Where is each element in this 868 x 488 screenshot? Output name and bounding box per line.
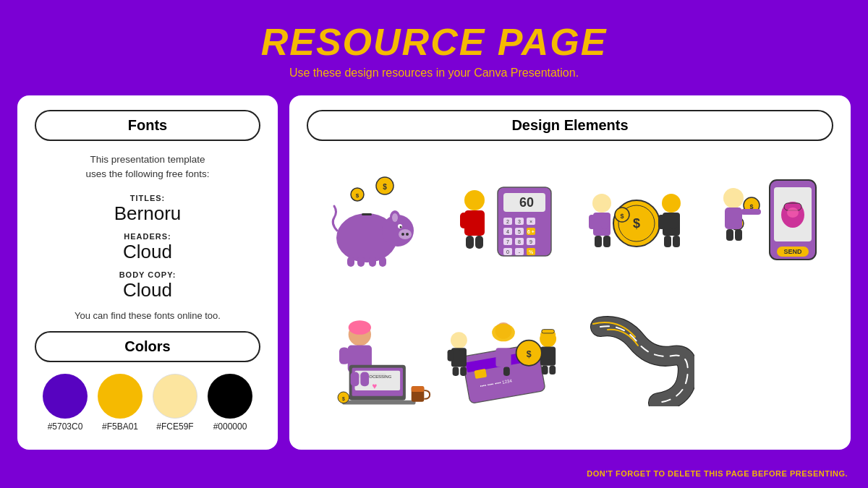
svg-rect-107 bbox=[448, 350, 454, 361]
svg-rect-80 bbox=[725, 207, 742, 229]
svg-rect-121 bbox=[542, 366, 548, 374]
svg-rect-20 bbox=[460, 213, 467, 228]
svg-rect-64 bbox=[664, 236, 671, 247]
page-header: RESOURCE PAGE Use these design resources… bbox=[0, 0, 868, 87]
svg-rect-58 bbox=[595, 236, 602, 247]
svg-rect-23 bbox=[475, 236, 483, 249]
design-element-calculator: 60 2 3 × 4 5 6 + 7 bbox=[440, 158, 567, 288]
svg-rect-99 bbox=[351, 372, 359, 387]
svg-text:$: $ bbox=[342, 396, 345, 402]
svg-text:0: 0 bbox=[506, 249, 509, 254]
color-swatch-black: #000000 bbox=[208, 374, 252, 432]
fonts-badge: Fonts bbox=[35, 110, 260, 141]
svg-rect-109 bbox=[453, 367, 459, 376]
svg-text:$: $ bbox=[356, 192, 359, 199]
footer-note: DON'T FORGET TO DELETE THIS PAGE BEFORE … bbox=[587, 469, 848, 478]
svg-rect-94 bbox=[342, 401, 416, 405]
phone-send-illustration: SEND $ $ bbox=[712, 166, 827, 281]
svg-text:SEND: SEND bbox=[783, 248, 802, 255]
svg-rect-117 bbox=[542, 330, 555, 333]
people-coins-illustration: $ $ bbox=[579, 166, 694, 281]
color-circle-purple bbox=[43, 374, 88, 419]
svg-rect-65 bbox=[673, 236, 680, 247]
design-element-credit-card: •••• •••• •••• 1234 bbox=[440, 294, 567, 424]
svg-text:%: % bbox=[529, 249, 534, 254]
svg-rect-11 bbox=[362, 213, 372, 215]
svg-rect-63 bbox=[671, 215, 677, 229]
font-entry-body: BODY COPY: Cloud bbox=[35, 270, 260, 301]
svg-rect-122 bbox=[549, 366, 556, 374]
svg-text:×: × bbox=[529, 219, 532, 224]
font-name-headers: Cloud bbox=[35, 241, 260, 263]
color-swatch-cream: #FCE59F bbox=[153, 374, 197, 432]
colors-badge: Colors bbox=[35, 331, 260, 362]
svg-rect-13 bbox=[357, 257, 365, 267]
left-panel: Fonts This presentation templateuses the… bbox=[17, 95, 278, 450]
svg-point-79 bbox=[723, 188, 744, 208]
svg-rect-12 bbox=[347, 257, 354, 267]
font-name-titles: Bernoru bbox=[35, 202, 260, 225]
svg-text:$: $ bbox=[633, 216, 640, 231]
svg-rect-108 bbox=[459, 350, 464, 361]
font-label-headers: HEADERS: bbox=[35, 232, 260, 241]
page-title: RESOURCE PAGE bbox=[0, 20, 868, 64]
color-hex-black: #000000 bbox=[213, 421, 247, 432]
svg-rect-81 bbox=[741, 209, 761, 215]
svg-rect-14 bbox=[369, 257, 376, 267]
svg-text:8: 8 bbox=[518, 239, 521, 244]
svg-point-8 bbox=[400, 226, 402, 228]
svg-point-60 bbox=[662, 194, 681, 213]
svg-point-18 bbox=[464, 190, 485, 210]
svg-text:5: 5 bbox=[518, 229, 521, 234]
svg-point-54 bbox=[592, 194, 611, 213]
page-subtitle: Use these design resources in your Canva… bbox=[0, 67, 868, 80]
design-elements-badge: Design Elements bbox=[307, 110, 833, 141]
color-swatches: #5703C0 #F5BA01 #FCE59F #000000 bbox=[35, 374, 260, 432]
svg-text:$: $ bbox=[527, 349, 532, 359]
color-swatch-yellow: #F5BA01 bbox=[98, 374, 142, 432]
svg-point-10 bbox=[392, 213, 398, 222]
color-hex-yellow: #F5BA01 bbox=[102, 421, 138, 432]
svg-rect-21 bbox=[477, 213, 485, 228]
svg-point-105 bbox=[451, 332, 467, 348]
svg-point-85 bbox=[349, 320, 371, 335]
svg-rect-113 bbox=[495, 348, 511, 367]
svg-text:$: $ bbox=[620, 213, 624, 220]
svg-rect-114 bbox=[503, 367, 510, 376]
svg-point-6 bbox=[406, 233, 409, 236]
svg-rect-56 bbox=[589, 215, 595, 229]
svg-text:9: 9 bbox=[529, 239, 532, 244]
font-label-titles: TITLES: bbox=[35, 194, 260, 202]
svg-rect-120 bbox=[548, 348, 554, 360]
font-entry-titles: TITLES: Bernoru bbox=[35, 194, 260, 225]
font-entry-headers: HEADERS: Cloud bbox=[35, 232, 260, 263]
credit-card-illustration: •••• •••• •••• 1234 bbox=[440, 301, 567, 417]
color-swatch-purple: #5703C0 bbox=[43, 374, 88, 432]
svg-text:6 +: 6 + bbox=[527, 229, 535, 234]
svg-rect-110 bbox=[460, 367, 467, 376]
svg-text:4: 4 bbox=[506, 229, 509, 234]
laptop-illustration: PROCESSING ♥ $ bbox=[307, 301, 434, 417]
svg-point-72 bbox=[787, 207, 799, 218]
fonts-description: This presentation templateuses the follo… bbox=[35, 153, 260, 182]
svg-text:$: $ bbox=[383, 183, 387, 191]
font-label-body: BODY COPY: bbox=[35, 270, 260, 279]
calculator-illustration: 60 2 3 × 4 5 6 + 7 bbox=[446, 166, 561, 281]
svg-rect-62 bbox=[658, 215, 665, 229]
main-content: Fonts This presentation templateuses the… bbox=[0, 95, 868, 450]
svg-rect-59 bbox=[603, 236, 610, 247]
design-elements-grid: $ bbox=[307, 158, 833, 424]
svg-rect-15 bbox=[379, 257, 386, 267]
color-circle-cream bbox=[153, 374, 197, 419]
right-panel: Design Elements $ bbox=[289, 95, 851, 450]
font-name-body: Cloud bbox=[35, 279, 260, 301]
design-element-people-coins: $ $ bbox=[573, 158, 700, 288]
svg-text:♥: ♥ bbox=[372, 381, 377, 390]
road-illustration bbox=[579, 312, 694, 406]
svg-text:3: 3 bbox=[518, 219, 521, 224]
color-hex-purple: #5703C0 bbox=[48, 421, 83, 432]
svg-rect-100 bbox=[360, 372, 369, 387]
svg-rect-57 bbox=[601, 215, 608, 229]
svg-rect-82 bbox=[726, 229, 733, 241]
color-circle-black bbox=[208, 374, 252, 419]
